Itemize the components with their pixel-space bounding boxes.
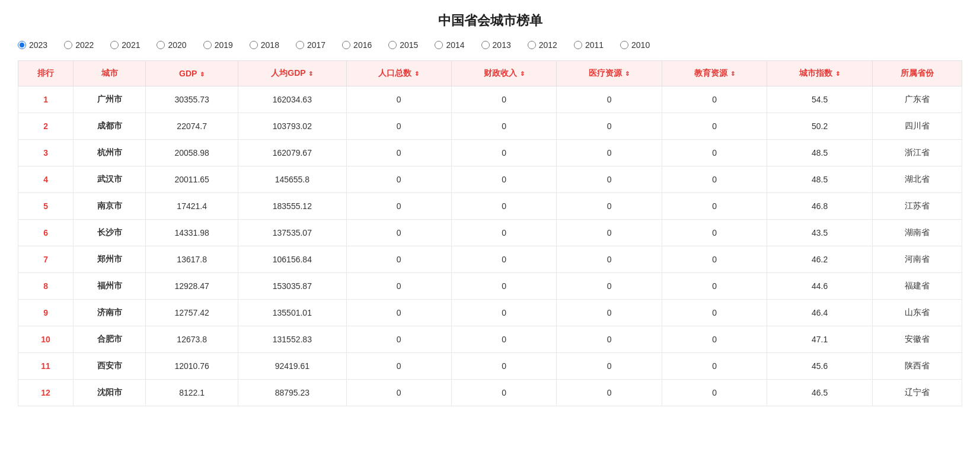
- cell-medical-6: 0: [557, 246, 662, 273]
- year-radio-item-2018[interactable]: 2018: [250, 40, 279, 50]
- cell-fiscal-3: 0: [451, 166, 556, 193]
- cell-fiscal-1: 0: [451, 113, 556, 140]
- year-radio-2022[interactable]: [64, 41, 72, 49]
- col-header-medical[interactable]: 医疗资源 ⇕: [557, 61, 662, 86]
- cell-gdp-9: 12673.8: [146, 326, 238, 353]
- year-radio-2023[interactable]: [18, 41, 26, 49]
- year-radio-2017[interactable]: [296, 41, 304, 49]
- year-label-2017: 2017: [307, 40, 325, 50]
- sort-icon-education: ⇕: [729, 70, 735, 77]
- cell-gdp-per-capita-4: 183555.12: [238, 193, 346, 220]
- table-row: 1广州市30355.73162034.63000054.5广东省: [18, 86, 962, 113]
- year-radio-2015[interactable]: [388, 41, 397, 49]
- cell-fiscal-6: 0: [451, 246, 556, 273]
- cell-medical-8: 0: [557, 300, 662, 326]
- year-radio-2016[interactable]: [342, 41, 350, 49]
- cell-gdp-per-capita-11: 88795.23: [238, 380, 346, 406]
- col-header-rank: 排行: [18, 61, 74, 86]
- year-label-2022: 2022: [75, 40, 94, 50]
- year-label-2019: 2019: [215, 40, 233, 50]
- cell-education-4: 0: [662, 193, 767, 220]
- page-container: 中国省会城市榜单 2023202220212020201920182017201…: [0, 0, 980, 459]
- cell-gdp-per-capita-3: 145655.8: [238, 166, 346, 193]
- cell-fiscal-8: 0: [451, 300, 556, 326]
- col-header-gdp_per_capita[interactable]: 人均GDP ⇕: [238, 61, 346, 86]
- year-radio-2011[interactable]: [574, 41, 582, 49]
- cell-medical-5: 0: [557, 220, 662, 246]
- cell-gdp-per-capita-6: 106156.84: [238, 246, 346, 273]
- year-radio-item-2017[interactable]: 2017: [296, 40, 325, 50]
- cell-rank-7: 8: [18, 273, 74, 300]
- year-radio-2010[interactable]: [620, 41, 628, 49]
- cell-medical-7: 0: [557, 273, 662, 300]
- cell-gdp-0: 30355.73: [146, 86, 238, 113]
- cell-population-4: 0: [346, 193, 451, 220]
- table-row: 5南京市17421.4183555.12000046.8江苏省: [18, 193, 962, 220]
- cell-medical-11: 0: [557, 380, 662, 406]
- cell-city-index-9: 47.1: [767, 326, 872, 353]
- cell-population-2: 0: [346, 140, 451, 166]
- year-radio-2018[interactable]: [250, 41, 258, 49]
- cell-city-2: 杭州市: [74, 140, 146, 166]
- year-radio-item-2019[interactable]: 2019: [203, 40, 233, 50]
- table-row: 11西安市12010.7692419.61000045.6陕西省: [18, 353, 962, 380]
- sort-icon-medical: ⇕: [623, 70, 630, 77]
- cell-rank-2: 3: [18, 140, 74, 166]
- cell-province-4: 江苏省: [872, 193, 962, 220]
- year-radio-2012[interactable]: [528, 41, 536, 49]
- year-label-2014: 2014: [446, 40, 464, 50]
- cell-education-9: 0: [662, 326, 767, 353]
- table-row: 3杭州市20058.98162079.67000048.5浙江省: [18, 140, 962, 166]
- table-row: 10合肥市12673.8131552.83000047.1安徽省: [18, 326, 962, 353]
- cell-rank-3: 4: [18, 166, 74, 193]
- year-label-2011: 2011: [585, 40, 604, 50]
- table-row: 12沈阳市8122.188795.23000046.5辽宁省: [18, 380, 962, 406]
- cell-population-7: 0: [346, 273, 451, 300]
- col-header-gdp[interactable]: GDP ⇕: [146, 61, 238, 86]
- cell-gdp-per-capita-8: 135501.01: [238, 300, 346, 326]
- cell-city-0: 广州市: [74, 86, 146, 113]
- cell-medical-10: 0: [557, 353, 662, 380]
- year-radio-item-2014[interactable]: 2014: [435, 40, 464, 50]
- year-radio-item-2020[interactable]: 2020: [157, 40, 186, 50]
- col-header-city: 城市: [74, 61, 146, 86]
- year-radio-2013[interactable]: [481, 41, 490, 49]
- cell-gdp-8: 12757.42: [146, 300, 238, 326]
- cell-education-7: 0: [662, 273, 767, 300]
- cell-city-index-7: 44.6: [767, 273, 872, 300]
- cell-gdp-5: 14331.98: [146, 220, 238, 246]
- year-radio-item-2012[interactable]: 2012: [528, 40, 557, 50]
- year-radio-item-2010[interactable]: 2010: [620, 40, 650, 50]
- col-header-population[interactable]: 人口总数 ⇕: [346, 61, 451, 86]
- year-radio-item-2023[interactable]: 2023: [18, 40, 47, 50]
- year-radio-2020[interactable]: [157, 41, 165, 49]
- cell-medical-4: 0: [557, 193, 662, 220]
- cell-city-index-6: 46.2: [767, 246, 872, 273]
- cell-education-8: 0: [662, 300, 767, 326]
- col-header-fiscal[interactable]: 财政收入 ⇕: [451, 61, 556, 86]
- year-radio-item-2015[interactable]: 2015: [388, 40, 418, 50]
- cell-rank-9: 10: [18, 326, 74, 353]
- cell-province-11: 辽宁省: [872, 380, 962, 406]
- cell-population-6: 0: [346, 246, 451, 273]
- cell-city-1: 成都市: [74, 113, 146, 140]
- col-header-city_index[interactable]: 城市指数 ⇕: [767, 61, 872, 86]
- cell-population-11: 0: [346, 380, 451, 406]
- year-radio-item-2021[interactable]: 2021: [110, 40, 140, 50]
- year-radio-item-2016[interactable]: 2016: [342, 40, 372, 50]
- col-header-education[interactable]: 教育资源 ⇕: [662, 61, 767, 86]
- year-radio-2021[interactable]: [110, 41, 119, 49]
- year-radio-item-2011[interactable]: 2011: [574, 40, 604, 50]
- year-radio-2019[interactable]: [203, 41, 212, 49]
- year-radio-item-2022[interactable]: 2022: [64, 40, 94, 50]
- year-label-2015: 2015: [400, 40, 418, 50]
- cell-education-1: 0: [662, 113, 767, 140]
- cell-rank-8: 9: [18, 300, 74, 326]
- cell-gdp-11: 8122.1: [146, 380, 238, 406]
- sort-icon-fiscal: ⇕: [518, 70, 525, 77]
- year-radio-item-2013[interactable]: 2013: [481, 40, 511, 50]
- data-table: 排行城市GDP ⇕人均GDP ⇕人口总数 ⇕财政收入 ⇕医疗资源 ⇕教育资源 ⇕…: [18, 60, 962, 406]
- cell-province-0: 广东省: [872, 86, 962, 113]
- year-radio-2014[interactable]: [435, 41, 443, 49]
- year-label-2016: 2016: [353, 40, 372, 50]
